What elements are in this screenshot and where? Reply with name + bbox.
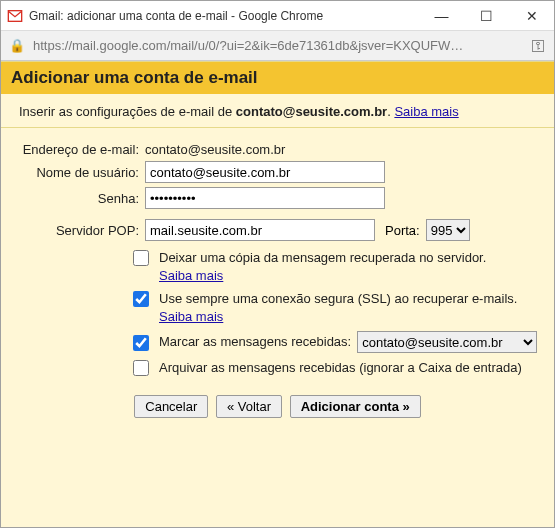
email-value: contato@seusite.com.br <box>145 142 285 157</box>
subheader: Inserir as configurações de e-mail de co… <box>1 94 554 128</box>
address-bar: 🔒 https://mail.google.com/mail/u/0/?ui=2… <box>1 31 554 61</box>
titlebar: Gmail: adicionar uma conta de e-mail - G… <box>1 1 554 31</box>
leave-copy-learn-more-link[interactable]: Saiba mais <box>159 268 223 283</box>
port-label: Porta: <box>385 223 420 238</box>
button-row: Cancelar « Voltar Adicionar conta » <box>15 395 540 418</box>
mark-checkbox[interactable] <box>133 335 149 351</box>
mark-label: Marcar as mensagens recebidas: <box>159 333 351 351</box>
learn-more-link[interactable]: Saiba mais <box>394 104 458 119</box>
add-account-button[interactable]: Adicionar conta » <box>290 395 421 418</box>
ssl-checkbox[interactable] <box>133 291 149 307</box>
browser-window: Gmail: adicionar uma conta de e-mail - G… <box>0 0 555 528</box>
minimize-button[interactable]: — <box>419 1 464 31</box>
url-text[interactable]: https://mail.google.com/mail/u/0/?ui=2&i… <box>33 38 523 53</box>
settings-form: Endereço de e-mail: contato@seusite.com.… <box>1 128 554 428</box>
pop-label: Servidor POP: <box>15 223 145 238</box>
window-title: Gmail: adicionar uma conta de e-mail - G… <box>29 9 419 23</box>
leave-copy-label: Deixar uma cópia da mensagem recuperada … <box>159 250 486 265</box>
options-group: Deixar uma cópia da mensagem recuperada … <box>133 249 540 377</box>
page-title: Adicionar uma conta de e-mail <box>1 62 554 94</box>
page-content: Adicionar uma conta de e-mail Inserir as… <box>1 61 554 527</box>
key-icon[interactable]: ⚿ <box>531 37 546 54</box>
archive-label: Arquivar as mensagens recebidas (ignorar… <box>159 360 522 375</box>
lock-icon: 🔒 <box>9 38 25 53</box>
subheader-email: contato@seusite.com.br <box>236 104 387 119</box>
pop-server-input[interactable] <box>145 219 375 241</box>
cancel-button[interactable]: Cancelar <box>134 395 208 418</box>
ssl-label: Use sempre uma conexão segura (SSL) ao r… <box>159 291 517 306</box>
archive-checkbox[interactable] <box>133 360 149 376</box>
back-button[interactable]: « Voltar <box>216 395 282 418</box>
leave-copy-checkbox[interactable] <box>133 250 149 266</box>
ssl-learn-more-link[interactable]: Saiba mais <box>159 309 223 324</box>
close-button[interactable]: ✕ <box>509 1 554 31</box>
maximize-button[interactable]: ☐ <box>464 1 509 31</box>
email-label: Endereço de e-mail: <box>15 142 145 157</box>
gmail-icon <box>7 8 23 24</box>
username-label: Nome de usuário: <box>15 165 145 180</box>
password-label: Senha: <box>15 191 145 206</box>
mark-select[interactable]: contato@seusite.com.br <box>357 331 537 353</box>
username-input[interactable] <box>145 161 385 183</box>
password-input[interactable] <box>145 187 385 209</box>
port-select[interactable]: 995 <box>426 219 470 241</box>
subheader-prefix: Inserir as configurações de e-mail de <box>19 104 236 119</box>
